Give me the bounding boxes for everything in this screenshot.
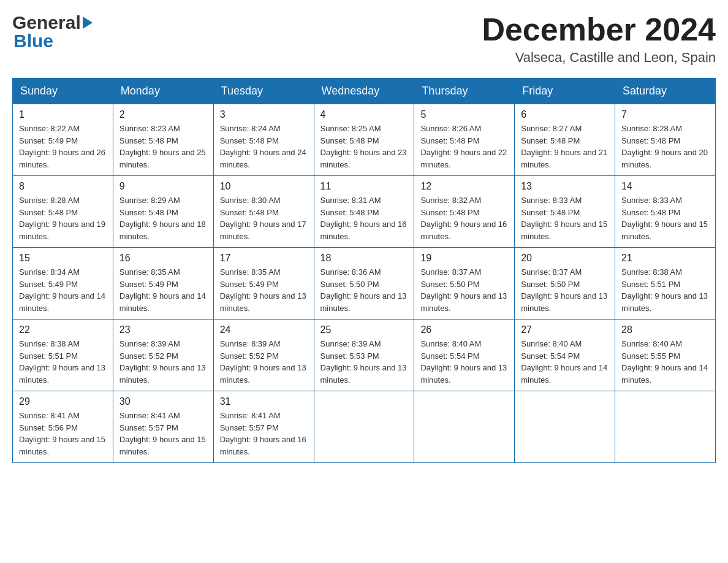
page-header: General Blue December 2024 Valseca, Cast…	[12, 12, 716, 66]
days-of-week-row: Sunday Monday Tuesday Wednesday Thursday…	[13, 79, 716, 104]
calendar-day-cell: 17Sunrise: 8:35 AMSunset: 5:49 PMDayligh…	[213, 248, 314, 320]
calendar-day-cell: 23Sunrise: 8:39 AMSunset: 5:52 PMDayligh…	[113, 320, 213, 391]
day-number: 19	[420, 253, 508, 264]
day-info: Sunrise: 8:30 AMSunset: 5:48 PMDaylight:…	[220, 194, 308, 242]
day-info: Sunrise: 8:39 AMSunset: 5:52 PMDaylight:…	[220, 338, 308, 386]
day-info: Sunrise: 8:34 AMSunset: 5:49 PMDaylight:…	[19, 266, 107, 314]
calendar-table: Sunday Monday Tuesday Wednesday Thursday…	[12, 78, 716, 463]
calendar-day-cell: 1Sunrise: 8:22 AMSunset: 5:49 PMDaylight…	[13, 104, 113, 176]
calendar-header: Sunday Monday Tuesday Wednesday Thursday…	[13, 79, 716, 104]
day-info: Sunrise: 8:40 AMSunset: 5:54 PMDaylight:…	[521, 338, 609, 386]
calendar-day-cell: 3Sunrise: 8:24 AMSunset: 5:48 PMDaylight…	[213, 104, 314, 176]
day-info: Sunrise: 8:22 AMSunset: 5:49 PMDaylight:…	[19, 123, 107, 170]
day-number: 1	[19, 109, 107, 120]
day-number: 10	[220, 181, 308, 192]
logo-arrow-icon	[83, 17, 93, 29]
day-number: 16	[119, 253, 207, 264]
day-number: 30	[119, 396, 207, 407]
calendar-day-cell: 19Sunrise: 8:37 AMSunset: 5:50 PMDayligh…	[414, 248, 515, 320]
day-info: Sunrise: 8:25 AMSunset: 5:48 PMDaylight:…	[320, 123, 408, 170]
calendar-day-cell: 4Sunrise: 8:25 AMSunset: 5:48 PMDaylight…	[314, 104, 414, 176]
title-area: December 2024 Valseca, Castille and Leon…	[482, 12, 716, 66]
calendar-day-cell: 2Sunrise: 8:23 AMSunset: 5:48 PMDaylight…	[113, 104, 213, 176]
header-sunday: Sunday	[13, 79, 113, 104]
calendar-day-cell: 12Sunrise: 8:32 AMSunset: 5:48 PMDayligh…	[414, 176, 515, 248]
day-number: 20	[521, 253, 609, 264]
day-info: Sunrise: 8:37 AMSunset: 5:50 PMDaylight:…	[521, 266, 609, 314]
day-info: Sunrise: 8:31 AMSunset: 5:48 PMDaylight:…	[320, 194, 408, 242]
calendar-day-cell: 26Sunrise: 8:40 AMSunset: 5:54 PMDayligh…	[414, 320, 515, 391]
day-info: Sunrise: 8:41 AMSunset: 5:57 PMDaylight:…	[119, 410, 207, 458]
calendar-day-cell: 22Sunrise: 8:38 AMSunset: 5:51 PMDayligh…	[13, 320, 113, 391]
day-number: 24	[220, 324, 308, 335]
calendar-day-cell: 18Sunrise: 8:36 AMSunset: 5:50 PMDayligh…	[314, 248, 414, 320]
calendar-day-cell: 31Sunrise: 8:41 AMSunset: 5:57 PMDayligh…	[213, 391, 314, 463]
day-number: 22	[19, 324, 107, 335]
calendar-day-cell	[414, 391, 515, 463]
calendar-day-cell	[314, 391, 414, 463]
day-number: 27	[521, 324, 609, 335]
day-number: 11	[320, 181, 408, 192]
day-number: 25	[320, 324, 408, 335]
logo-general-text: General	[12, 12, 81, 33]
calendar-day-cell: 15Sunrise: 8:34 AMSunset: 5:49 PMDayligh…	[13, 248, 113, 320]
header-wednesday: Wednesday	[314, 79, 414, 104]
day-info: Sunrise: 8:41 AMSunset: 5:56 PMDaylight:…	[19, 410, 107, 458]
day-number: 2	[119, 109, 207, 120]
calendar-day-cell: 29Sunrise: 8:41 AMSunset: 5:56 PMDayligh…	[13, 391, 113, 463]
day-number: 3	[220, 109, 308, 120]
calendar-day-cell: 8Sunrise: 8:28 AMSunset: 5:48 PMDaylight…	[13, 176, 113, 248]
calendar-day-cell: 13Sunrise: 8:33 AMSunset: 5:48 PMDayligh…	[515, 176, 615, 248]
day-number: 5	[420, 109, 508, 120]
day-number: 7	[621, 109, 709, 120]
calendar-day-cell: 10Sunrise: 8:30 AMSunset: 5:48 PMDayligh…	[213, 176, 314, 248]
day-info: Sunrise: 8:38 AMSunset: 5:51 PMDaylight:…	[621, 266, 709, 314]
day-info: Sunrise: 8:35 AMSunset: 5:49 PMDaylight:…	[119, 266, 207, 314]
day-number: 31	[220, 396, 308, 407]
month-title: December 2024	[482, 12, 716, 47]
calendar-day-cell: 27Sunrise: 8:40 AMSunset: 5:54 PMDayligh…	[515, 320, 615, 391]
day-number: 12	[420, 181, 508, 192]
calendar-week-row: 15Sunrise: 8:34 AMSunset: 5:49 PMDayligh…	[13, 248, 716, 320]
calendar-day-cell	[615, 391, 716, 463]
day-info: Sunrise: 8:26 AMSunset: 5:48 PMDaylight:…	[420, 123, 508, 170]
day-info: Sunrise: 8:33 AMSunset: 5:48 PMDaylight:…	[621, 194, 709, 242]
day-info: Sunrise: 8:28 AMSunset: 5:48 PMDaylight:…	[621, 123, 709, 170]
calendar-day-cell: 16Sunrise: 8:35 AMSunset: 5:49 PMDayligh…	[113, 248, 213, 320]
day-number: 18	[320, 253, 408, 264]
header-monday: Monday	[113, 79, 213, 104]
day-info: Sunrise: 8:28 AMSunset: 5:48 PMDaylight:…	[19, 194, 107, 242]
day-number: 23	[119, 324, 207, 335]
day-number: 13	[521, 181, 609, 192]
day-info: Sunrise: 8:39 AMSunset: 5:53 PMDaylight:…	[320, 338, 408, 386]
calendar-day-cell: 28Sunrise: 8:40 AMSunset: 5:55 PMDayligh…	[615, 320, 716, 391]
calendar-day-cell: 9Sunrise: 8:29 AMSunset: 5:48 PMDaylight…	[113, 176, 213, 248]
header-saturday: Saturday	[615, 79, 716, 104]
day-info: Sunrise: 8:37 AMSunset: 5:50 PMDaylight:…	[420, 266, 508, 314]
location-subtitle: Valseca, Castille and Leon, Spain	[482, 50, 716, 66]
calendar-day-cell: 7Sunrise: 8:28 AMSunset: 5:48 PMDaylight…	[615, 104, 716, 176]
day-info: Sunrise: 8:41 AMSunset: 5:57 PMDaylight:…	[220, 410, 308, 458]
day-number: 8	[19, 181, 107, 192]
day-info: Sunrise: 8:29 AMSunset: 5:48 PMDaylight:…	[119, 194, 207, 242]
calendar-day-cell: 24Sunrise: 8:39 AMSunset: 5:52 PMDayligh…	[213, 320, 314, 391]
calendar-week-row: 22Sunrise: 8:38 AMSunset: 5:51 PMDayligh…	[13, 320, 716, 391]
calendar-week-row: 1Sunrise: 8:22 AMSunset: 5:49 PMDaylight…	[13, 104, 716, 176]
day-info: Sunrise: 8:24 AMSunset: 5:48 PMDaylight:…	[220, 123, 308, 170]
day-number: 14	[621, 181, 709, 192]
day-number: 26	[420, 324, 508, 335]
calendar-day-cell: 30Sunrise: 8:41 AMSunset: 5:57 PMDayligh…	[113, 391, 213, 463]
day-info: Sunrise: 8:39 AMSunset: 5:52 PMDaylight:…	[119, 338, 207, 386]
header-friday: Friday	[515, 79, 615, 104]
logo: General Blue	[12, 12, 93, 52]
calendar-day-cell: 6Sunrise: 8:27 AMSunset: 5:48 PMDaylight…	[515, 104, 615, 176]
day-info: Sunrise: 8:27 AMSunset: 5:48 PMDaylight:…	[521, 123, 609, 170]
logo-blue-text: Blue	[12, 31, 53, 52]
calendar-day-cell: 5Sunrise: 8:26 AMSunset: 5:48 PMDaylight…	[414, 104, 515, 176]
calendar-day-cell: 20Sunrise: 8:37 AMSunset: 5:50 PMDayligh…	[515, 248, 615, 320]
day-info: Sunrise: 8:33 AMSunset: 5:48 PMDaylight:…	[521, 194, 609, 242]
calendar-day-cell: 25Sunrise: 8:39 AMSunset: 5:53 PMDayligh…	[314, 320, 414, 391]
logo-line1: General	[12, 12, 93, 33]
header-thursday: Thursday	[414, 79, 515, 104]
day-info: Sunrise: 8:36 AMSunset: 5:50 PMDaylight:…	[320, 266, 408, 314]
